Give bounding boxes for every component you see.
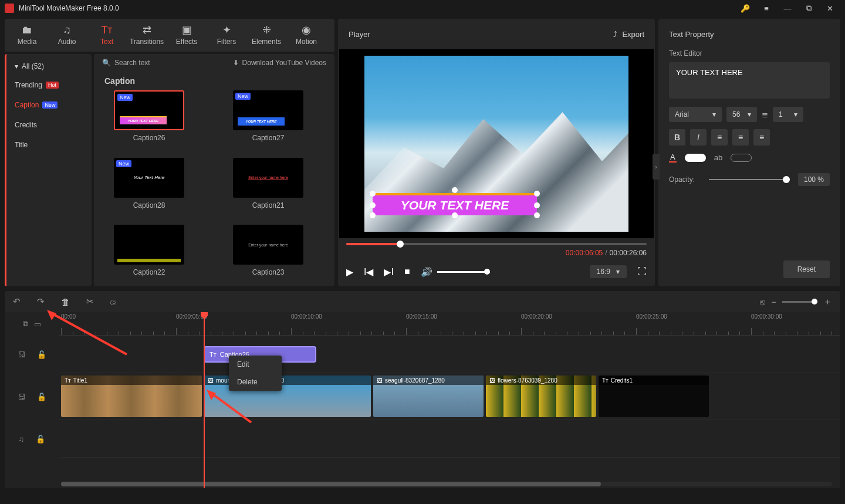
elements-icon: ⁜ bbox=[262, 25, 271, 35]
opacity-slider[interactable] bbox=[709, 179, 790, 180]
fullscreen-button[interactable]: ⛶ bbox=[637, 266, 647, 277]
asset-caption23[interactable]: Enter your name here Caption23 bbox=[221, 225, 315, 286]
timeline-toolbar: ↶ ↷ 🗑 ✂ ⟃ ⎋ − ＋ bbox=[5, 291, 840, 312]
asset-caption27[interactable]: NewYOUR TEXT HERE Caption27 bbox=[221, 90, 315, 152]
zoom-out-button[interactable]: − bbox=[771, 297, 776, 307]
category-trending[interactable]: TrendingHot bbox=[6, 75, 92, 95]
video-preview[interactable]: YOUR TEXT HERE bbox=[339, 49, 654, 238]
font-size-select[interactable]: 56▾ bbox=[726, 107, 757, 122]
player-panel: Player ⤴Export YOUR TEXT HERE bbox=[338, 19, 655, 286]
add-track-icon[interactable]: ⧉ bbox=[23, 319, 28, 329]
download-youtube-link[interactable]: ⬇Download YouTube Videos bbox=[233, 59, 326, 67]
redo-button[interactable]: ↷ bbox=[37, 296, 45, 307]
reset-button[interactable]: Reset bbox=[783, 261, 830, 278]
layers-icon[interactable]: ▭ bbox=[34, 320, 41, 329]
timeline-scrollbar[interactable] bbox=[61, 482, 832, 486]
progress-bar[interactable] bbox=[346, 243, 647, 245]
video-clip[interactable]: 🖼seagull-8320687_1280 bbox=[373, 376, 484, 417]
outline-color-swatch[interactable] bbox=[731, 154, 752, 162]
save-icon[interactable]: 🖫 bbox=[18, 393, 25, 401]
transition-icon: ⇄ bbox=[143, 25, 151, 35]
key-icon[interactable]: 🔑 bbox=[735, 0, 756, 16]
tab-filters[interactable]: ✦Filters bbox=[207, 19, 246, 52]
video-clip[interactable]: TтCredits1 bbox=[599, 376, 709, 417]
context-menu: Edit Delete bbox=[229, 356, 282, 391]
font-select[interactable]: Arial▾ bbox=[669, 107, 722, 122]
music-track-icon[interactable]: ♫ bbox=[18, 435, 24, 444]
category-title[interactable]: Title bbox=[6, 135, 92, 155]
timeline-panel: ↶ ↷ 🗑 ✂ ⟃ ⎋ − ＋ ⧉▭ 🖫🔓 🖫🔓 ♫🔓 00:0000:00:0… bbox=[0, 289, 845, 497]
category-credits[interactable]: Credits bbox=[6, 115, 92, 135]
chevron-down-icon: ▾ bbox=[616, 268, 620, 276]
lock-icon[interactable]: 🔓 bbox=[37, 393, 46, 401]
align-right-button[interactable]: ≡ bbox=[753, 129, 770, 146]
close-button[interactable]: ✕ bbox=[819, 0, 840, 16]
asset-caption26[interactable]: NewYOUR TEXT HERE Caption26 bbox=[102, 90, 196, 152]
zoom-slider[interactable] bbox=[782, 301, 817, 303]
video-clip[interactable]: TтTitle1 bbox=[61, 376, 202, 417]
stop-button[interactable]: ■ bbox=[404, 266, 410, 277]
collapse-panel-button[interactable]: › bbox=[653, 154, 660, 180]
text-color-swatch[interactable] bbox=[685, 154, 706, 162]
volume-icon[interactable]: 🔊 bbox=[421, 266, 432, 278]
search-input[interactable]: 🔍Search text bbox=[102, 59, 150, 67]
tab-effects[interactable]: ▣Effects bbox=[167, 19, 207, 52]
menu-icon[interactable]: ≡ bbox=[756, 0, 777, 16]
line-height-select[interactable]: 1▾ bbox=[773, 107, 803, 122]
crop-button[interactable]: ⟃ bbox=[110, 297, 116, 307]
delete-button[interactable]: 🗑 bbox=[61, 297, 70, 307]
title-track[interactable]: Tт Caption26 Edit Delete bbox=[59, 336, 840, 373]
playhead[interactable] bbox=[204, 312, 205, 488]
tab-elements[interactable]: ⁜Elements bbox=[246, 19, 286, 52]
video-track[interactable]: TтTitle1🖼mountains-6965967_1280🖼seagull-… bbox=[59, 373, 840, 420]
prev-frame-button[interactable]: I◀ bbox=[364, 266, 373, 278]
music-icon: ♫ bbox=[63, 25, 71, 35]
asset-caption22[interactable]: Caption22 bbox=[102, 225, 196, 286]
main-toolbar: 🖿Media ♫Audio TтText ⇄Transitions ▣Effec… bbox=[5, 19, 334, 52]
split-button[interactable]: ✂ bbox=[86, 296, 94, 307]
audio-track[interactable] bbox=[59, 420, 840, 458]
tab-transitions[interactable]: ⇄Transitions bbox=[127, 19, 167, 52]
text-editor-input[interactable]: YOUR TEXT HERE bbox=[669, 62, 830, 99]
line-height-icon: ≣ bbox=[762, 110, 768, 119]
export-button[interactable]: ⤴Export bbox=[613, 30, 644, 39]
new-badge: New bbox=[235, 93, 251, 100]
volume-slider[interactable] bbox=[437, 271, 490, 273]
caption-overlay[interactable]: YOUR TEXT HERE bbox=[373, 193, 537, 215]
chevron-down-icon: ▾ bbox=[15, 62, 18, 70]
category-all[interactable]: ▾All (52) bbox=[6, 57, 92, 75]
zoom-in-button[interactable]: ＋ bbox=[823, 296, 832, 307]
export-icon: ⤴ bbox=[613, 30, 617, 39]
tab-audio[interactable]: ♫Audio bbox=[47, 19, 87, 52]
play-button[interactable]: ▶ bbox=[346, 266, 353, 278]
tab-text[interactable]: TтText bbox=[87, 19, 127, 52]
lock-icon[interactable]: 🔓 bbox=[36, 435, 45, 444]
align-center-button[interactable]: ≡ bbox=[732, 129, 749, 146]
save-icon[interactable]: 🖫 bbox=[18, 350, 25, 359]
bold-button[interactable]: B bbox=[669, 129, 685, 146]
maximize-button[interactable]: ⧉ bbox=[798, 0, 819, 16]
minimize-button[interactable]: — bbox=[777, 0, 798, 16]
outline-label: ab bbox=[714, 153, 722, 162]
snap-button[interactable]: ⎋ bbox=[760, 297, 765, 307]
italic-button[interactable]: I bbox=[690, 129, 707, 146]
tab-media[interactable]: 🖿Media bbox=[7, 19, 47, 52]
ctx-delete[interactable]: Delete bbox=[229, 373, 282, 391]
aspect-ratio-select[interactable]: 16:9▾ bbox=[590, 265, 627, 278]
undo-button[interactable]: ↶ bbox=[13, 296, 21, 307]
tab-motion[interactable]: ◉Motion bbox=[286, 19, 326, 52]
asset-caption28[interactable]: NewYour Text Here Caption28 bbox=[102, 158, 196, 219]
lock-icon[interactable]: 🔓 bbox=[37, 350, 46, 359]
ctx-edit[interactable]: Edit bbox=[229, 356, 282, 373]
asset-caption21[interactable]: Enter your name here Caption21 bbox=[221, 158, 315, 219]
category-caption[interactable]: CaptionNew bbox=[6, 95, 92, 115]
filters-icon: ✦ bbox=[222, 25, 231, 35]
next-frame-button[interactable]: ▶I bbox=[384, 266, 393, 278]
hot-badge: Hot bbox=[46, 82, 59, 89]
motion-icon: ◉ bbox=[302, 25, 311, 35]
folder-icon: 🖿 bbox=[22, 25, 32, 35]
timeline-ruler[interactable]: 00:0000:00:05:0000:00:10:0000:00:15:0000… bbox=[59, 312, 840, 336]
video-clip[interactable]: 🖼flowers-8763039_1280 bbox=[486, 376, 596, 417]
timeline-tracks[interactable]: 00:0000:00:05:0000:00:10:0000:00:15:0000… bbox=[59, 312, 840, 488]
align-left-button[interactable]: ≡ bbox=[711, 129, 728, 146]
